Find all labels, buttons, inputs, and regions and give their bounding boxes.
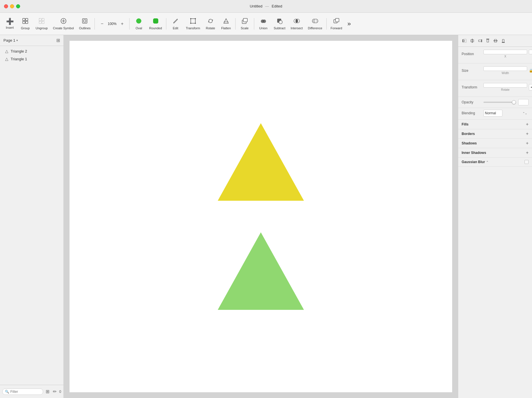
layer-name-2: Triangle 1 xyxy=(11,57,27,61)
svg-rect-14 xyxy=(153,18,158,24)
sidebar: Page 1 ▾ ⊞ △ Triangle 2 △ Triangle 1 🔍 ⊞… xyxy=(0,35,64,398)
svg-rect-2 xyxy=(23,21,25,24)
align-right-edges-button[interactable] xyxy=(477,37,483,44)
rotate-input[interactable] xyxy=(483,83,527,88)
flatten-button[interactable]: Flatten xyxy=(219,14,234,33)
toolbar-divider-6 xyxy=(326,18,327,30)
rotate-button[interactable]: Rotate xyxy=(203,14,218,33)
zoom-out-button[interactable]: − xyxy=(99,21,105,27)
forward-button[interactable]: Forward xyxy=(328,14,344,33)
group-label: Group xyxy=(21,26,30,30)
group-button[interactable]: Group xyxy=(18,14,33,33)
fills-section-header[interactable]: Fills + xyxy=(458,120,532,129)
x-input[interactable] xyxy=(483,50,527,54)
opacity-slider[interactable] xyxy=(483,102,516,103)
outlines-button[interactable]: Outlines xyxy=(77,14,93,33)
layers-list: △ Triangle 2 △ Triangle 1 xyxy=(0,46,63,385)
svg-rect-0 xyxy=(23,18,25,21)
opacity-row: Opacity xyxy=(458,97,532,108)
page-dropdown-icon: ▾ xyxy=(16,39,18,42)
rounded-button[interactable]: Rounded xyxy=(147,14,164,33)
shadows-section-header[interactable]: Shadows + xyxy=(458,139,532,148)
flip-horizontal-button[interactable] xyxy=(529,84,532,90)
borders-section-header[interactable]: Borders + xyxy=(458,129,532,139)
forward-label: Forward xyxy=(331,26,342,30)
layer-item-triangle2[interactable]: △ Triangle 2 xyxy=(2,47,62,55)
ungroup-label: Ungroup xyxy=(36,26,48,30)
align-horizontal-centers-button[interactable] xyxy=(469,37,476,44)
svg-rect-6 xyxy=(39,21,41,24)
inner-shadows-label: Inner Shadows xyxy=(462,151,486,155)
svg-point-19 xyxy=(195,23,196,24)
difference-icon xyxy=(312,18,318,25)
triangle-yellow[interactable] xyxy=(215,119,307,205)
edit-button[interactable]: Edit xyxy=(168,14,183,33)
layer-item-triangle1[interactable]: △ Triangle 1 xyxy=(2,55,62,63)
rounded-icon xyxy=(153,18,159,25)
create-symbol-button[interactable]: Create Symbol xyxy=(51,14,76,33)
forward-icon xyxy=(333,18,340,25)
edit-layer-button[interactable]: ✏ xyxy=(52,388,57,395)
gaussian-blur-checkbox[interactable] xyxy=(525,160,529,164)
subtract-button[interactable]: Subtract xyxy=(271,14,288,33)
filter-input[interactable] xyxy=(10,390,41,394)
pages-button[interactable]: ⊞ xyxy=(45,388,50,395)
svg-rect-7 xyxy=(42,21,44,24)
svg-rect-39 xyxy=(472,39,473,43)
svg-marker-35 xyxy=(218,232,304,310)
flatten-icon xyxy=(223,18,229,25)
align-left-edges-button[interactable] xyxy=(461,37,468,44)
align-top-edges-button[interactable] xyxy=(484,37,491,44)
intersect-button[interactable]: Intersect xyxy=(288,14,305,33)
page-selector[interactable]: Page 1 ▾ xyxy=(3,38,18,42)
inner-shadows-add-button[interactable]: + xyxy=(526,150,529,155)
window-controls xyxy=(4,4,20,8)
union-button[interactable]: Union xyxy=(256,14,271,33)
sidebar-header: Page 1 ▾ ⊞ xyxy=(0,35,63,46)
oval-button[interactable]: Oval xyxy=(131,14,146,33)
align-vertical-centers-button[interactable] xyxy=(492,37,499,44)
align-bottom-edges-button[interactable] xyxy=(500,37,507,44)
opacity-slider-wrap xyxy=(483,102,516,103)
opacity-value[interactable] xyxy=(518,99,529,105)
lock-icon[interactable]: 🔒 xyxy=(529,69,532,73)
outlines-icon xyxy=(82,18,88,25)
fills-add-button[interactable]: + xyxy=(526,122,529,127)
width-input[interactable] xyxy=(483,66,527,71)
create-symbol-icon xyxy=(60,18,67,25)
triangle-green[interactable] xyxy=(215,228,307,314)
canvas-area[interactable] xyxy=(64,35,458,398)
edit-icon xyxy=(172,18,179,25)
gaussian-blur-label: Gaussian Blur xyxy=(462,160,485,164)
transform-button[interactable]: Transform xyxy=(184,14,203,33)
flatten-label: Flatten xyxy=(221,26,231,30)
transform-inputs: Rotate Flip xyxy=(483,83,532,91)
shadows-label: Shadows xyxy=(462,141,477,145)
width-input-wrap: Width xyxy=(483,66,527,75)
minimize-button[interactable] xyxy=(10,4,14,8)
y-input[interactable] xyxy=(529,50,532,54)
scale-label: Scale xyxy=(241,26,249,30)
inner-shadows-section-header[interactable]: Inner Shadows + xyxy=(458,148,532,158)
difference-button[interactable]: Difference xyxy=(306,14,325,33)
close-button[interactable] xyxy=(4,4,8,8)
borders-label: Borders xyxy=(462,132,475,136)
sidebar-grid-button[interactable]: ⊞ xyxy=(56,38,60,43)
shadows-add-button[interactable]: + xyxy=(526,141,529,146)
blending-select[interactable]: Normal Darken Multiply Screen Overlay xyxy=(483,110,502,117)
zoom-in-button[interactable]: + xyxy=(119,21,125,27)
blend-select-arrow-icon: ⌃⌄ xyxy=(523,112,527,115)
group-icon xyxy=(22,18,28,25)
svg-rect-48 xyxy=(502,39,504,42)
borders-add-button[interactable]: + xyxy=(526,132,529,136)
ungroup-button[interactable]: Ungroup xyxy=(33,14,50,33)
blend-select-wrap: Normal Darken Multiply Screen Overlay ⌃⌄ xyxy=(483,110,529,117)
filter-input-wrap: 🔍 xyxy=(2,389,43,395)
zoom-display: 100% xyxy=(106,22,118,26)
svg-point-17 xyxy=(195,18,196,19)
maximize-button[interactable] xyxy=(16,4,20,8)
toolbar-divider-5 xyxy=(254,18,254,30)
scale-button[interactable]: Scale xyxy=(237,14,252,33)
more-tools-button[interactable]: » xyxy=(345,14,353,33)
insert-button[interactable]: ➕ Insert xyxy=(2,14,17,33)
